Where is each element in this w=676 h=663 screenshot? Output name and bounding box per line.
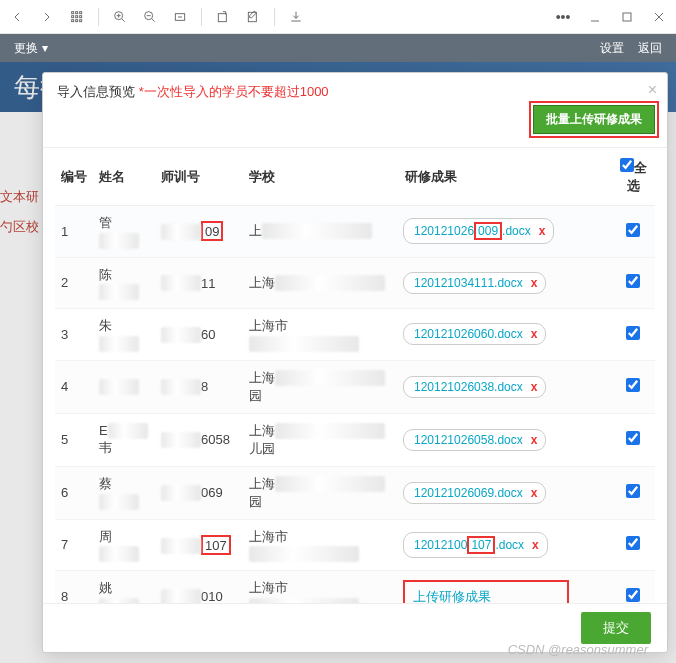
table-wrap[interactable]: 编号 姓名 师训号 学校 研修成果 全选 1管09上120121026009.d…	[43, 147, 667, 603]
cell-file: 120121026069.docxx	[397, 466, 611, 519]
svg-rect-1	[76, 11, 78, 13]
remove-file-icon[interactable]: x	[532, 538, 539, 552]
cell-school: 上海园	[243, 360, 397, 413]
remove-file-icon[interactable]: x	[531, 486, 538, 500]
row-checkbox[interactable]	[626, 223, 640, 237]
file-pill[interactable]: 120121034111.docxx	[403, 272, 546, 294]
divider	[274, 8, 275, 26]
upload-link[interactable]: 上传研修成果	[407, 584, 565, 603]
zoom-out-icon[interactable]	[141, 8, 159, 26]
titlebar-right-group: •••	[554, 8, 668, 26]
table-row: 5E韦6058上海儿园120121026058.docxx	[55, 413, 655, 466]
cell-school: 上	[243, 206, 397, 258]
cell-idx: 2	[55, 257, 93, 309]
table-row: 7周107上海市12012100107.docxx	[55, 519, 655, 571]
minimize-icon[interactable]	[586, 8, 604, 26]
row-checkbox[interactable]	[626, 378, 640, 392]
submit-button[interactable]: 提交	[581, 612, 651, 644]
submit-bar: 提交	[43, 603, 667, 652]
svg-rect-3	[72, 15, 74, 17]
file-name: 120121026038.docx	[414, 380, 523, 394]
table-row: 6蔡069上海园120121026069.docxx	[55, 466, 655, 519]
cell-trainid: 60	[155, 309, 243, 361]
zoom-in-icon[interactable]	[111, 8, 129, 26]
cell-name	[93, 360, 155, 413]
row-checkbox[interactable]	[626, 536, 640, 550]
row-checkbox[interactable]	[626, 274, 640, 288]
remove-file-icon[interactable]: x	[531, 433, 538, 447]
file-pill[interactable]: 12012100107.docxx	[403, 532, 548, 558]
fit-width-icon[interactable]	[171, 8, 189, 26]
cell-school: 上海园	[243, 466, 397, 519]
cell-file: 120121026060.docxx	[397, 309, 611, 361]
table-row: 3朱60上海市120121026060.docxx	[55, 309, 655, 361]
th-file: 研修成果	[397, 148, 611, 206]
file-pill[interactable]: 120121026009.docxx	[403, 218, 554, 244]
cell-school: 上海市	[243, 519, 397, 571]
subbar: 更换▾ 设置 返回	[0, 34, 676, 62]
remove-file-icon[interactable]: x	[531, 327, 538, 341]
cell-checkbox	[611, 206, 655, 258]
th-name: 姓名	[93, 148, 155, 206]
th-trainid: 师训号	[155, 148, 243, 206]
svg-rect-6	[72, 19, 74, 21]
maximize-icon[interactable]	[618, 8, 636, 26]
divider	[98, 8, 99, 26]
remove-file-icon[interactable]: x	[539, 224, 546, 238]
cell-trainid: 107	[155, 519, 243, 571]
cell-file: 12012100107.docxx	[397, 519, 611, 571]
back-icon[interactable]	[8, 8, 26, 26]
back-link[interactable]: 返回	[638, 40, 662, 57]
cell-file: 120121026038.docxx	[397, 360, 611, 413]
cell-school: 上海市	[243, 309, 397, 361]
row-checkbox[interactable]	[626, 431, 640, 445]
file-pill[interactable]: 120121026038.docxx	[403, 376, 546, 398]
cell-checkbox	[611, 413, 655, 466]
table-header-row: 编号 姓名 师训号 学校 研修成果 全选	[55, 148, 655, 206]
cell-file: 120121026009.docxx	[397, 206, 611, 258]
annotation-box: 107	[201, 535, 231, 555]
import-table: 编号 姓名 师训号 学校 研修成果 全选 1管09上120121026009.d…	[55, 148, 655, 603]
replace-button[interactable]: 更换▾	[14, 40, 48, 57]
file-pill[interactable]: 120121026060.docxx	[403, 323, 546, 345]
row-checkbox[interactable]	[626, 326, 640, 340]
file-name: 120121026009.docx	[414, 222, 531, 240]
more-icon[interactable]: •••	[554, 8, 572, 26]
apps-icon[interactable]	[68, 8, 86, 26]
cell-idx: 5	[55, 413, 93, 466]
edit-icon[interactable]	[244, 8, 262, 26]
th-idx: 编号	[55, 148, 93, 206]
row-checkbox[interactable]	[626, 484, 640, 498]
modal-overlay: 导入信息预览 *一次性导入的学员不要超过1000 × 批量上传研修成果 编号 姓…	[0, 62, 676, 663]
forward-icon[interactable]	[38, 8, 56, 26]
cell-file: 上传研修成果	[397, 571, 611, 603]
row-checkbox[interactable]	[626, 588, 640, 602]
annotation-box: 009	[474, 222, 502, 240]
cell-checkbox	[611, 309, 655, 361]
table-row: 2陈11上海120121034111.docxx	[55, 257, 655, 309]
settings-link[interactable]: 设置	[600, 40, 624, 57]
download-icon[interactable]	[287, 8, 305, 26]
remove-file-icon[interactable]: x	[531, 380, 538, 394]
cell-idx: 7	[55, 519, 93, 571]
cell-name: 管	[93, 206, 155, 258]
cell-idx: 6	[55, 466, 93, 519]
annotation-box: 107	[467, 536, 495, 554]
cell-school: 上海市	[243, 571, 397, 603]
file-name: 120121034111.docx	[414, 276, 523, 290]
file-name: 120121026069.docx	[414, 486, 523, 500]
cell-school: 上海	[243, 257, 397, 309]
file-pill[interactable]: 120121026069.docxx	[403, 482, 546, 504]
file-pill[interactable]: 120121026058.docxx	[403, 429, 546, 451]
cell-checkbox	[611, 466, 655, 519]
batch-upload-button[interactable]: 批量上传研修成果	[533, 105, 655, 134]
close-icon[interactable]	[650, 8, 668, 26]
table-row: 8姚010上海市上传研修成果	[55, 571, 655, 603]
remove-file-icon[interactable]: x	[531, 276, 538, 290]
close-icon[interactable]: ×	[648, 81, 657, 99]
cell-idx: 1	[55, 206, 93, 258]
cell-idx: 3	[55, 309, 93, 361]
select-all-checkbox[interactable]	[620, 158, 634, 172]
th-school: 学校	[243, 148, 397, 206]
open-icon[interactable]	[214, 8, 232, 26]
